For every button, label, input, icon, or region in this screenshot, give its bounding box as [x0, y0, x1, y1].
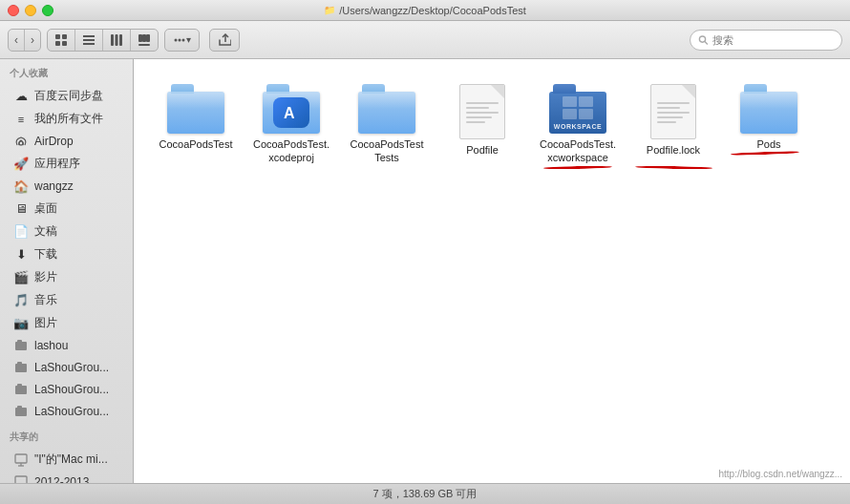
doc-icon-podfile	[459, 84, 505, 139]
sidebar-item-downloads[interactable]: ⬇ 下载	[4, 243, 129, 265]
content-area: CocoaPodsTest A CocoaPodsTest.xcodeproj	[134, 59, 850, 483]
folder-icon-xcodeproj: A	[263, 84, 320, 134]
coverflow-view-button[interactable]	[131, 30, 158, 51]
sidebar-item-lashougroup3[interactable]: LaShouGrou...	[4, 401, 129, 422]
baidu-icon: ☁	[13, 89, 29, 104]
svg-rect-29	[15, 454, 27, 463]
maximize-button[interactable]	[42, 5, 53, 16]
search-icon	[698, 34, 709, 46]
downloads-icon: ⬇	[13, 247, 29, 262]
svg-rect-26	[17, 384, 22, 388]
file-label-testtest: CocoaPodsTestTests	[348, 137, 426, 165]
apps-icon: 🚀	[13, 157, 29, 172]
sidebar-item-allfiles[interactable]: ≡ 我的所有文件	[4, 108, 129, 130]
sidebar-item-airdrop[interactable]: AirDrop	[4, 131, 129, 152]
view-btn-group	[47, 29, 159, 52]
sidebar-item-desktop[interactable]: 🖥 桌面	[4, 198, 129, 220]
svg-point-18	[699, 35, 705, 41]
sidebar-section-personal: 个人收藏	[0, 59, 133, 84]
svg-rect-2	[55, 41, 60, 46]
sidebar-label-lashougroup2: LaShouGrou...	[34, 383, 109, 396]
sidebar-label-wangzz: wangzz	[34, 179, 74, 193]
svg-text:A: A	[284, 105, 295, 121]
lashougroup3-icon	[13, 404, 29, 419]
red-underline-podfilelock	[634, 165, 712, 169]
back-button[interactable]: ‹	[9, 30, 25, 51]
sidebar-label-movies: 影片	[34, 269, 57, 285]
svg-rect-1	[62, 34, 67, 39]
file-podfilelock[interactable]: Podfile.lock	[630, 78, 716, 171]
svg-rect-22	[17, 340, 22, 344]
forward-button[interactable]: ›	[25, 30, 40, 51]
sidebar-label-apps: 应用程序	[34, 156, 80, 172]
sidebar-item-docs[interactable]: 📄 文稿	[4, 220, 129, 242]
search-input[interactable]	[712, 34, 834, 46]
svg-rect-5	[83, 39, 95, 41]
mymac-icon	[13, 452, 29, 468]
share-button[interactable]	[209, 29, 240, 52]
airdrop-icon	[13, 134, 29, 149]
2012-icon	[13, 474, 29, 483]
watermark: http://blog.csdn.net/wangzz...	[718, 469, 842, 479]
sidebar-label-desktop: 桌面	[34, 200, 57, 217]
items-count: 7 项，138.69 GB 可用	[373, 487, 478, 501]
svg-point-16	[182, 38, 185, 41]
sidebar-item-baidu[interactable]: ☁ 百度云同步盘	[4, 85, 129, 107]
sidebar-label-lashougroup1: LaShouGrou...	[34, 361, 109, 374]
svg-rect-4	[83, 35, 95, 37]
sidebar-item-wangzz[interactable]: 🏠 wangzz	[4, 176, 129, 197]
svg-rect-32	[15, 476, 27, 483]
svg-point-15	[179, 38, 181, 41]
file-label-xcodeproj: CocoaPodsTest.xcodeproj	[252, 137, 330, 165]
sidebar-item-lashougroup1[interactable]: LaShouGrou...	[4, 357, 129, 378]
list-view-button[interactable]	[75, 30, 103, 51]
sidebar-item-mymac[interactable]: "I"的"Mac mi...	[4, 449, 129, 471]
svg-rect-9	[119, 34, 122, 46]
sidebar-label-music: 音乐	[34, 292, 57, 308]
window-controls	[8, 5, 53, 16]
movies-icon: 🎬	[13, 270, 29, 285]
file-label-workspace: CocoaPodsTest.xcworkspace	[539, 137, 617, 165]
photos-icon: 📷	[13, 316, 29, 331]
folder-icon-pods	[740, 84, 797, 134]
nav-btn-group: ‹ ›	[8, 29, 41, 52]
file-xcodeproj[interactable]: A CocoaPodsTest.xcodeproj	[248, 78, 334, 171]
minimize-button[interactable]	[25, 5, 36, 16]
svg-rect-0	[55, 34, 60, 39]
icon-view-button[interactable]	[48, 30, 75, 51]
folder-icon: 📁	[324, 5, 335, 15]
file-cocoatest[interactable]: CocoaPodsTest	[153, 78, 239, 171]
svg-rect-7	[111, 34, 114, 46]
folder-icon-testtest	[358, 84, 415, 134]
file-pods[interactable]: Pods	[726, 78, 812, 157]
svg-rect-28	[17, 406, 22, 410]
sidebar-label-downloads: 下载	[34, 246, 57, 262]
sidebar-item-apps[interactable]: 🚀 应用程序	[4, 153, 129, 175]
music-icon: 🎵	[13, 293, 29, 308]
close-button[interactable]	[8, 5, 19, 16]
file-label-cocoatest: CocoaPodsTest	[159, 137, 232, 151]
allfiles-icon: ≡	[13, 112, 29, 127]
sidebar-label-allfiles: 我的所有文件	[34, 111, 103, 127]
svg-rect-12	[146, 34, 150, 42]
lashougroup2-icon	[13, 382, 29, 397]
sidebar-item-photos[interactable]: 📷 图片	[4, 312, 129, 334]
file-testtest[interactable]: CocoaPodsTestTests	[344, 78, 430, 171]
sidebar-label-mymac: "I"的"Mac mi...	[34, 452, 108, 468]
sidebar-item-movies[interactable]: 🎬 影片	[4, 266, 129, 288]
search-box	[690, 30, 842, 51]
column-view-button[interactable]	[103, 30, 131, 51]
window-titlebar: 📁 /Users/wangzz/Desktop/CocoaPodsTest	[0, 0, 850, 21]
sidebar-item-lashou[interactable]: lashou	[4, 335, 129, 356]
file-podfile[interactable]: Podfile	[439, 78, 525, 171]
sidebar-item-music[interactable]: 🎵 音乐	[4, 289, 129, 311]
sidebar-label-baidu: 百度云同步盘	[34, 88, 103, 104]
svg-rect-3	[62, 41, 67, 46]
action-button[interactable]: ▾	[164, 29, 200, 52]
main-area: 个人收藏 ☁ 百度云同步盘 ≡ 我的所有文件 AirDrop 🚀 应用程序 🏠	[0, 59, 850, 483]
sidebar-item-lashougroup2[interactable]: LaShouGrou...	[4, 379, 129, 400]
svg-rect-10	[138, 34, 142, 42]
files-grid: CocoaPodsTest A CocoaPodsTest.xcodeproj	[153, 78, 831, 171]
file-workspace[interactable]: WORKSPACE CocoaPodsTest.xcworkspace	[535, 78, 621, 171]
sidebar-item-2012[interactable]: 2012-2013...	[4, 472, 129, 483]
